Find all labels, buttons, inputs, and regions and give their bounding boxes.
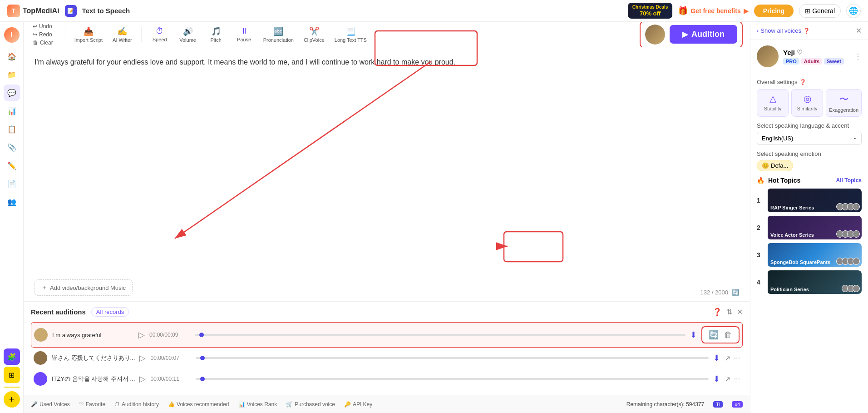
tag-pro: PRO [783, 58, 799, 65]
download-button-3[interactable]: ⬇ [713, 374, 720, 384]
import-script-button[interactable]: 📥 Import Script [70, 25, 107, 45]
sidebar-item-list[interactable]: 📋 [4, 121, 20, 137]
remaining-label: Remaining character(s): 594377 [626, 401, 704, 408]
audition-history-link[interactable]: ⏱ Audition history [114, 401, 159, 408]
all-topics-link[interactable]: All Topics [836, 177, 862, 184]
purchased-voice-link[interactable]: 🛒 Purchased voice [286, 401, 335, 408]
redo-button[interactable]: ↪ Redo [31, 30, 55, 39]
similarity-card[interactable]: ◎ Similarity [791, 89, 823, 117]
long-text-tts-button[interactable]: 📃 Long Text TTS [330, 25, 371, 45]
clear-button[interactable]: 🗑 Clear [31, 39, 55, 47]
language-select[interactable]: English(US) [757, 132, 862, 145]
recent-title: Recent auditions [31, 308, 86, 316]
pricing-button[interactable]: Pricing [754, 5, 794, 17]
purchase-icon: 🛒 [286, 401, 293, 408]
topic-item-2[interactable]: 2 Voice Actor Series [757, 216, 862, 239]
regenerate-icon[interactable]: 🔄 [709, 330, 719, 340]
play-button-1[interactable]: ▷ [138, 330, 145, 340]
audition-avatar-1 [34, 328, 48, 342]
general-button[interactable]: ⊞ General [799, 4, 841, 18]
all-records-button[interactable]: All records [91, 307, 129, 317]
pronunciation-button[interactable]: 🔤 Pronunciation [259, 25, 298, 45]
topic-thumb-1: RAP Singer Series [768, 189, 862, 212]
toolbar-separator [65, 27, 65, 42]
close-auditions-icon[interactable]: ✕ [737, 308, 743, 316]
stability-label: Stability [764, 106, 782, 111]
play-button-2[interactable]: ▷ [139, 353, 146, 363]
favorite-link[interactable]: ♡ Favorite [79, 401, 105, 408]
sidebar-item-clip[interactable]: 📎 [4, 139, 20, 155]
logo-text: TopMediAi [23, 7, 59, 15]
api-key-link[interactable]: 🔑 API Key [344, 401, 372, 408]
delete-icon[interactable]: 🗑 [724, 330, 732, 340]
emotion-badge[interactable]: 😊 Defa... [757, 160, 793, 171]
download-button-2[interactable]: ⬇ [713, 353, 720, 363]
sidebar-item-chart[interactable]: 📊 [4, 103, 20, 119]
sidebar-item-home[interactable]: 🏠 [4, 48, 20, 65]
add-music-button[interactable]: ＋ Add video/background Music [35, 279, 133, 296]
topic-label-3: SpongeBob SquarePants [770, 259, 830, 265]
action-icons-2: ↗ ··· [725, 354, 740, 363]
exaggeration-icon: 〜 [839, 93, 848, 105]
stability-card[interactable]: △ Stability [757, 89, 789, 117]
heart-icon[interactable]: ♡ [797, 49, 803, 56]
play-button-3[interactable]: ▷ [139, 374, 146, 384]
get-free-button[interactable]: 🎁 Get free benefits ▶ [678, 6, 748, 16]
settings-help-icon: ❓ [799, 79, 806, 85]
sidebar-item-grid[interactable]: ⊞ [4, 367, 20, 383]
help-icon[interactable]: ❓ [713, 308, 722, 316]
text-content[interactable]: I'm always grateful for your endless lov… [35, 56, 739, 68]
sidebar-item-edit[interactable]: ✏️ [4, 157, 20, 174]
sidebar-item-puzzle[interactable]: 🧩 [4, 348, 20, 365]
show-all-voices-button[interactable]: ‹ Show all voices ❓ [757, 27, 810, 34]
more-button[interactable]: ⋮ [854, 52, 862, 61]
audition-name-1: I m always grateful [52, 332, 134, 338]
audition-avatar-2 [34, 351, 47, 365]
voices-recommended-link[interactable]: 👍 Voices recommended [168, 401, 229, 408]
overall-settings: Overall settings ❓ △ Stability ◎ Similar… [750, 73, 868, 122]
voices-rank-link[interactable]: 📊 Voices Rank [238, 401, 277, 408]
topic-item-4[interactable]: 4 Politician Series [757, 270, 862, 294]
language-section: Select speaking language & accent Englis… [750, 122, 868, 150]
share-icon-3[interactable]: ↗ [725, 375, 730, 383]
pause-label: Pause [237, 37, 251, 42]
audition-button[interactable]: ▶ Audition [670, 25, 737, 44]
share-icon-2[interactable]: ↗ [725, 354, 730, 363]
sidebar-item-folder[interactable]: 📁 [4, 66, 20, 83]
globe-button[interactable]: 🌐 [846, 4, 861, 18]
topic-item-1[interactable]: 1 RAP Singer Series [757, 189, 862, 212]
used-voices-link[interactable]: 🎤 Used Voices [31, 401, 70, 408]
volume-button[interactable]: 🔊 Volume [174, 25, 202, 45]
voice-avatar[interactable] [645, 25, 665, 45]
bottom-bar: 🎤 Used Voices ♡ Favorite ⏱ Audition hist… [24, 395, 750, 413]
clear-icon: 🗑 [33, 40, 38, 46]
pitch-button[interactable]: 🎵 Pitch [202, 25, 230, 45]
volume-icon: 🔊 [183, 26, 193, 36]
refresh-icon[interactable]: 🔄 [732, 289, 739, 296]
topic-label-4: Politician Series [770, 287, 809, 292]
pronunciation-label: Pronunciation [263, 37, 294, 43]
add-button[interactable]: + [4, 391, 20, 408]
exaggeration-card[interactable]: 〜 Exaggeration [826, 89, 862, 117]
clip-voice-button[interactable]: ✂️ ClipVoice [299, 25, 329, 45]
speed-button[interactable]: ⏱ Speed [146, 25, 173, 44]
sort-icon[interactable]: ⇅ [726, 308, 732, 316]
xmas-line2: 70% off [640, 10, 661, 17]
download-button-1[interactable]: ⬇ [690, 330, 697, 340]
close-sidebar-button[interactable]: ✕ [856, 26, 862, 35]
sidebar-item-users[interactable]: 👥 [4, 194, 20, 210]
recommended-label: Voices recommended [177, 401, 229, 408]
audition-label: Audition [691, 30, 725, 39]
ai-writer-icon: ✍️ [117, 26, 127, 36]
undo-label: Undo [39, 23, 52, 30]
topic-item-3[interactable]: 3 SpongeBob SquarePants [757, 243, 862, 267]
pause-button[interactable]: ⏸ Pause [231, 25, 258, 44]
more-icon-3[interactable]: ··· [734, 375, 740, 383]
ai-writer-button[interactable]: ✍️ AI Writer [108, 25, 137, 45]
undo-button[interactable]: ↩ Undo [31, 22, 55, 30]
topic-num-2: 2 [757, 224, 764, 231]
clip-voice-label: ClipVoice [304, 37, 325, 43]
sidebar-item-report[interactable]: 📄 [4, 175, 20, 192]
more-icon-2[interactable]: ··· [734, 354, 740, 362]
sidebar-item-tts[interactable]: 💬 [4, 85, 20, 101]
